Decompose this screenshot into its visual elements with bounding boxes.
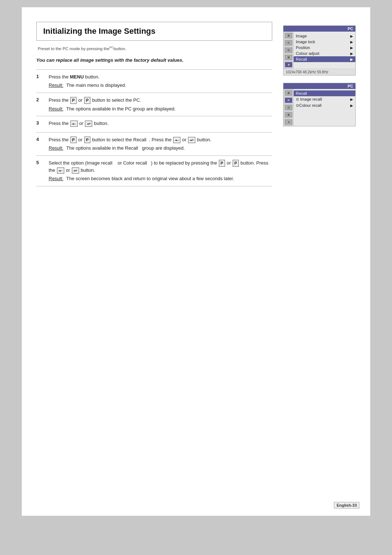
- menu-item-position: Position ▶: [294, 45, 355, 50]
- menu-item-image-label: Image: [296, 34, 307, 38]
- menu-item-imagelock: Image lock ▶: [294, 39, 355, 45]
- step-2: 2 Press the P or P button to select the …: [36, 93, 272, 116]
- step-3-content: Press the ◄– or ◄+ button.: [49, 120, 272, 129]
- arrow-minus-3: ◄–: [70, 121, 78, 127]
- menu-item-imagelock-arrow: ▶: [350, 40, 353, 44]
- menu-item-position-arrow: ▶: [350, 46, 353, 50]
- page-title: Initializing the Image Settings: [43, 27, 265, 36]
- menu-icon-img: ▦: [285, 33, 292, 38]
- menu-2-icon-pos2: ▦: [285, 112, 292, 117]
- p-down-btn-2: P: [84, 97, 90, 104]
- step-5-result-text: The screen becomes black and return to o…: [66, 175, 234, 182]
- step-5-number: 5: [36, 159, 45, 182]
- menu-2-item-empty2: [294, 114, 355, 120]
- menu-box-2-header: PC: [283, 83, 355, 89]
- menu-icon-pos2: ▦: [285, 55, 292, 60]
- step-5-result-label: Result:: [49, 175, 63, 182]
- title-box: Initializing the Image Settings: [36, 22, 272, 41]
- menu-2-item-imagerecall-arrow: ▶: [350, 97, 353, 101]
- menu-2-icon-img: ▦: [285, 90, 292, 96]
- step-2-result-label: Result:: [49, 105, 63, 113]
- p-up-btn-5: P: [219, 160, 225, 167]
- step-1-number: 1: [36, 73, 45, 89]
- step-4-result-label: Result:: [49, 145, 63, 152]
- menu-2-item-recall-label: Recall: [296, 91, 307, 96]
- step-4-result: Result: The options available in the Rec…: [49, 145, 272, 152]
- menu-icon-col: ▤: [285, 48, 292, 53]
- menu-2-item-imagerecall: ⊙ Image recall ▶: [294, 96, 355, 102]
- menu-icon-pos: ⊞: [285, 40, 292, 45]
- step-4: 4 Press the P or P button to select the …: [36, 133, 272, 156]
- p-down-btn-4: P: [84, 137, 90, 143]
- menu-item-image: Image ▶: [294, 33, 355, 39]
- menu-item-position-label: Position: [296, 45, 310, 50]
- menu-box-2-body: ▦ ⊞ ▤ ▦ ◈ Recall ⊙ Image recall ▶: [283, 89, 355, 126]
- step-1-content: Press the MENU button. Result: The main …: [49, 73, 272, 89]
- arrow-plus-4: ◄+: [188, 137, 195, 143]
- menu-item-colouradj-label: Colour adjust: [296, 51, 319, 56]
- menu-2-item-colourrecall-label: ⊙Colour recall: [296, 103, 322, 108]
- step-3-number: 3: [36, 120, 45, 129]
- preset-line: Preset to the PC mode by pressing thePCb…: [36, 46, 272, 51]
- menu-2-icon-col: ▤: [285, 105, 292, 110]
- page-number: English-33: [334, 502, 359, 509]
- step-5: 5 Select the option (Image recall or Col…: [36, 156, 272, 186]
- step-5-result: Result: The screen becomes black and ret…: [49, 175, 272, 182]
- step-1: 1 Press the MENU button. Result: The mai…: [36, 70, 272, 93]
- p-down-btn-5: P: [233, 160, 239, 167]
- sidebar: PC ▦ ⊞ ▤ ▦ ◈ Image ▶ Image lock ▶: [283, 22, 356, 501]
- intro-text: You can replace all image settings with …: [36, 57, 272, 63]
- step-1-action: Press the MENU button.: [49, 73, 272, 81]
- menu-item-colouradj-arrow: ▶: [350, 52, 353, 56]
- step-2-content: Press the P or P button to select the PC…: [49, 97, 272, 112]
- menu-1-items: Image ▶ Image lock ▶ Position ▶ Colour a…: [294, 32, 355, 69]
- menu-2-icon-rec: ◈: [285, 119, 292, 125]
- step-2-result-text: The options available in the PC group ar…: [66, 105, 175, 113]
- step-5-action: Select the option (Image recall or Color…: [49, 159, 272, 174]
- step-5-content: Select the option (Image recall or Color…: [49, 159, 272, 182]
- menu-2-item-imagerecall-label: ⊙ Image recall: [296, 97, 322, 102]
- menu-2-item-colourrecall: ⊙Colour recall ▶: [294, 102, 355, 109]
- step-2-number: 2: [36, 97, 45, 112]
- menu-box-1: PC ▦ ⊞ ▤ ▦ ◈ Image ▶ Image lock ▶: [283, 25, 356, 76]
- menu-item-recall: Recall ▶: [294, 56, 355, 62]
- step-3: 3 Press the ◄– or ◄+ button.: [36, 116, 272, 133]
- menu-box-2: PC ▦ ⊞ ▤ ▦ ◈ Recall ⊙ Image recall: [283, 83, 356, 126]
- arrow-plus-3: ◄+: [85, 121, 92, 127]
- step-1-result-text: The main menu is displayed.: [66, 82, 126, 89]
- menu-box-1-header: PC: [283, 26, 355, 32]
- menu-icon-rec: ◈: [285, 62, 292, 67]
- step-4-result-text: The options available in the Recall grou…: [66, 145, 185, 152]
- menu-2-icons: ▦ ⊞ ▤ ▦ ◈: [283, 89, 294, 126]
- menu-item-recall-arrow: ▶: [350, 57, 353, 61]
- menu-item-colouradj: Colour adjust ▶: [294, 50, 355, 56]
- steps-container: 1 Press the MENU button. Result: The mai…: [36, 69, 272, 186]
- menu-2-icon-pos: ⊞: [285, 98, 292, 103]
- arrow-minus-5: ◄–: [57, 167, 64, 174]
- step-3-action: Press the ◄– or ◄+ button.: [49, 120, 272, 127]
- menu-2-item-empty1: [294, 109, 355, 114]
- p-up-btn-2: P: [70, 97, 77, 104]
- arrow-plus-5: ◄+: [72, 167, 79, 174]
- step-4-action: Press the P or P button to select the Re…: [49, 136, 272, 143]
- menu-item-recall-label: Recall: [296, 57, 307, 61]
- menu-item-imagelock-label: Image lock: [296, 40, 315, 44]
- step-1-result: Result: The main menu is displayed.: [49, 82, 272, 89]
- step-4-number: 4: [36, 136, 45, 152]
- page: Initializing the Image Settings Preset t…: [22, 7, 370, 516]
- main-content: Initializing the Image Settings Preset t…: [36, 22, 283, 501]
- menu-1-footer: 1024x768 48.2kHz 59.8Hz: [283, 69, 355, 75]
- p-up-btn-4: P: [70, 137, 77, 143]
- step-2-result: Result: The options available in the PC …: [49, 105, 272, 113]
- menu-item-image-arrow: ▶: [350, 34, 353, 38]
- menu-box-1-body: ▦ ⊞ ▤ ▦ ◈ Image ▶ Image lock ▶: [283, 32, 355, 69]
- menu-1-icons: ▦ ⊞ ▤ ▦ ◈: [283, 32, 294, 69]
- menu-2-items: Recall ⊙ Image recall ▶ ⊙Colour recall ▶: [294, 89, 355, 126]
- step-1-result-label: Result:: [49, 82, 63, 89]
- step-2-action: Press the P or P button to select the PC…: [49, 97, 272, 104]
- arrow-minus-4: ◄–: [173, 137, 180, 143]
- menu-2-item-recall: Recall: [294, 90, 355, 96]
- menu-2-item-colourrecall-arrow: ▶: [350, 104, 353, 108]
- step-4-content: Press the P or P button to select the Re…: [49, 136, 272, 152]
